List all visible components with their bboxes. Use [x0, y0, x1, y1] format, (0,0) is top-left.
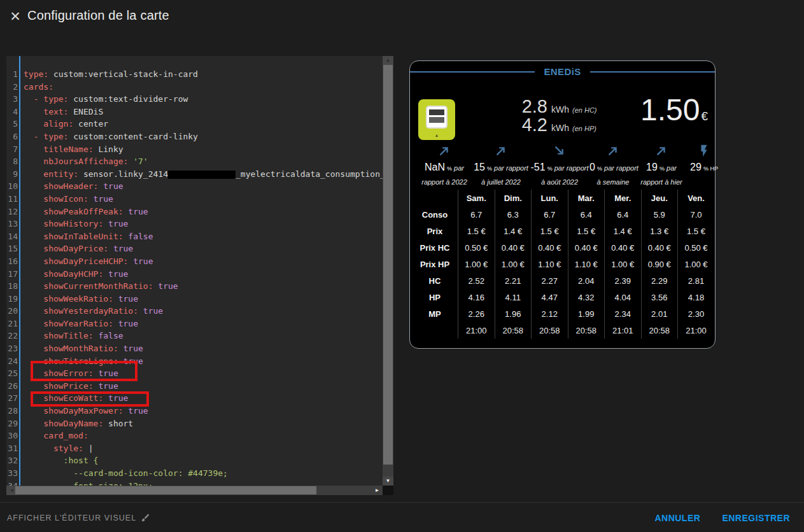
ratio-item: 19 % parrapport à hier [637, 144, 686, 186]
table-cell: 0.40 € [641, 239, 678, 256]
table-row: Prix1.5 €1.4 €1.5 €1.5 €1.4 €1.3 €1.5 € [412, 223, 714, 239]
code-line: 33 --card-mod-icon-color: #44739e; [6, 467, 383, 480]
code-line: 11 showIcon: true [6, 193, 383, 206]
line-number: 17 [6, 268, 24, 281]
row-label [412, 322, 458, 339]
code-line: 3 - type: custom:text-divider-row [6, 93, 383, 106]
horizontal-scrollbar-thumb[interactable] [15, 486, 316, 494]
scroll-down-button[interactable]: ▼ [383, 477, 393, 486]
line-number: 9 [6, 168, 24, 181]
line-number: 15 [6, 242, 24, 255]
code-line: 2cards: [6, 81, 383, 94]
dialog-header: ✕ Configuration de la carte [0, 0, 804, 38]
code-line: 13 showHistory: true [6, 218, 383, 230]
table-cell: 2.52 [458, 272, 495, 289]
table-row: HC2.522.212.272.042.392.292.81 [412, 272, 714, 289]
table-cell: 20:58 [495, 322, 532, 339]
table-header-cell: Mer. [605, 190, 642, 206]
table-cell: 2.27 [532, 272, 568, 289]
line-number: 3 [6, 93, 24, 106]
table-cell: 6.4 [605, 206, 642, 223]
row-label: Conso [412, 206, 458, 223]
divider-line-left [410, 71, 535, 73]
show-visual-editor-button[interactable]: AFFICHER L'ÉDITEUR VISUEL [7, 513, 150, 522]
code-line: 10 showHeader: true [6, 180, 383, 193]
hp-value: 4.2 [519, 115, 547, 136]
ratio-item: 15 % par rapportà juillet 2022 [472, 144, 530, 186]
table-cell: 0.40 € [605, 239, 642, 256]
yaml-code-editor[interactable]: 1type: custom:vertical-stack-in-card2car… [6, 56, 393, 495]
footer-actions: ANNULER ENREGISTRER [648, 508, 796, 528]
vertical-scrollbar[interactable]: ▲ ▼ [383, 56, 393, 486]
table-cell: 6.4 [568, 206, 605, 223]
cancel-button[interactable]: ANNULER [648, 508, 707, 528]
table-cell: 1.00 € [458, 256, 495, 272]
flash-icon [697, 144, 711, 158]
table-cell: 4.32 [568, 289, 605, 305]
table-cell: 2.30 [678, 305, 715, 322]
table-row: Prix HC0.50 €0.40 €0.40 €0.40 €0.40 €0.4… [412, 239, 714, 256]
horizontal-scrollbar[interactable]: ◄ ► [6, 486, 383, 495]
day-price: 1.50 € [640, 93, 708, 127]
dialog-footer: AFFICHER L'ÉDITEUR VISUEL ANNULER ENREGI… [0, 502, 804, 532]
row-label: HC [412, 272, 458, 289]
day-price-currency: € [701, 109, 708, 123]
code-line: 32 :host { [6, 454, 383, 467]
table-cell: 1.4 € [495, 223, 532, 239]
trend-up-icon [606, 144, 620, 158]
show-visual-editor-label: AFFICHER L'ÉDITEUR VISUEL [7, 514, 136, 522]
table-cell: 4.47 [532, 289, 568, 305]
line-number: 1 [6, 68, 24, 81]
line-number: 12 [6, 206, 24, 218]
table-header-cell: Jeu. [641, 190, 678, 206]
table-cell: 4.16 [458, 289, 495, 305]
table-cell: 1.00 € [605, 256, 642, 272]
code-line: 26 showPrice: true [6, 380, 383, 393]
table-header-cell: Lun. [532, 190, 568, 206]
line-number: 32 [6, 454, 24, 467]
vertical-scrollbar-thumb[interactable] [383, 65, 393, 465]
dialog-title: Configuration de la carte [27, 8, 169, 23]
table-row: 21:0020:5820:5820:5821:0120:5821:00 [412, 322, 714, 339]
table-cell: 0.40 € [568, 239, 605, 256]
line-number: 25 [6, 367, 24, 380]
table-cell: 2.34 [605, 305, 642, 322]
day-price-value: 1.50 [640, 93, 700, 127]
code-line: 15 showDayPrice: true [6, 242, 383, 255]
scroll-up-button[interactable]: ▲ [383, 56, 393, 65]
scroll-right-button[interactable]: ► [372, 486, 383, 495]
code-line: 14 showInTableUnit: false [6, 230, 383, 243]
trend-up-icon [437, 144, 451, 158]
code-line: 17 showDayHCHP: true [6, 268, 383, 281]
code-line: 22 showTitle: false [6, 330, 383, 342]
code-line: 20 showYesterdayRatio: true [6, 305, 383, 318]
table-cell: 2.21 [495, 272, 532, 289]
table-cell: 1.5 € [458, 223, 495, 239]
table-cell: 21:01 [605, 322, 642, 339]
hc-unit: kWh [551, 104, 569, 115]
table-cell: 1.5 € [568, 223, 605, 239]
code-viewport[interactable]: 1type: custom:vertical-stack-in-card2car… [6, 56, 383, 486]
hc-consumption-row: 2.8 kWh (en HC) [519, 96, 597, 115]
table-cell: 1.4 € [605, 223, 642, 239]
ratios-row: NaN % parrapport à 202215 % par rapportà… [416, 144, 722, 186]
line-number: 6 [6, 130, 24, 143]
code-line: 12 showPeakOffPeak: true [6, 206, 383, 218]
code-line: 9 entity: sensor.linky_2414_myelectrical… [6, 168, 383, 181]
table-row: Conso6.76.36.76.46.45.97.0 [412, 206, 714, 223]
save-button[interactable]: ENREGISTRER [716, 508, 796, 528]
table-header-cell: Sam. [458, 190, 495, 206]
close-icon[interactable]: ✕ [6, 8, 24, 25]
linky-meter-icon: ▲ [418, 99, 455, 140]
linky-meter-screen [426, 106, 448, 129]
ratio-item: NaN % parrapport à 2022 [416, 144, 472, 186]
table-cell: 1.10 € [532, 256, 568, 272]
table-cell: 0.40 € [495, 239, 532, 256]
table-cell: 2.01 [641, 305, 678, 322]
line-number: 18 [6, 280, 24, 293]
code-line: 1type: custom:vertical-stack-in-card [6, 68, 383, 81]
code-lines[interactable]: 1type: custom:vertical-stack-in-card2car… [6, 68, 383, 486]
table-cell: 20:58 [568, 322, 605, 339]
table-cell: 21:00 [678, 322, 715, 339]
redaction-bar [168, 171, 236, 179]
